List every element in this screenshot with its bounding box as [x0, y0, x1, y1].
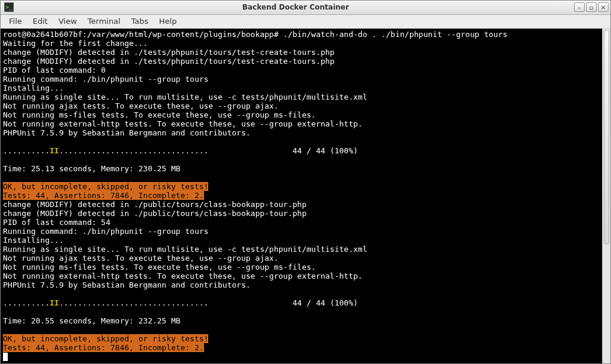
output-line: change (MODIFY) detected in ./public/tou… — [3, 209, 307, 218]
output-line: PID of last command: 0 — [3, 66, 106, 75]
scrollbar-thumb[interactable] — [604, 30, 609, 244]
output-line: Time: 20.55 seconds, Memory: 232.25 MB — [3, 316, 180, 325]
output-line: Installing... — [3, 236, 64, 245]
terminal-output[interactable]: root@0a2641b607bf:/var/www/html/wp-conte… — [1, 29, 602, 363]
menu-tabs[interactable]: Tabs — [126, 16, 153, 27]
menu-terminal[interactable]: Terminal — [83, 16, 125, 27]
output-line: change (MODIFY) detected in ./tests/phpu… — [3, 48, 335, 57]
progress-dots: ................................ 44 / 44… — [59, 298, 358, 307]
output-line: Running command: ./bin/phpunit --group t… — [3, 75, 208, 84]
window-controls: – ▫ ✕ — [574, 2, 609, 12]
terminal-window: >_ Backend Docker Container – ▫ ✕ File E… — [0, 0, 611, 364]
progress-dots: .......... — [3, 298, 50, 307]
minimize-button[interactable]: – — [574, 2, 585, 12]
output-line: Not running external-http tests. To exec… — [3, 272, 363, 280]
output-line: Not running ms-files tests. To execute t… — [3, 263, 316, 272]
terminal-area: root@0a2641b607bf:/var/www/html/wp-conte… — [1, 29, 610, 363]
result-summary: OK, but incomplete, skipped, or risky te… — [3, 182, 208, 191]
prompt-line: root@0a2641b607bf:/var/www/html/wp-conte… — [3, 30, 507, 39]
terminal-app-icon: >_ — [4, 2, 14, 12]
output-line: Time: 25.13 seconds, Memory: 230.25 MB — [3, 164, 180, 173]
vertical-scrollbar[interactable] — [602, 29, 610, 363]
output-line: Running as single site... To run multisi… — [3, 245, 367, 254]
incomplete-marker: II — [50, 146, 59, 155]
output-line: Waiting for the first change... — [3, 39, 148, 48]
result-stats: Tests: 44, Assertions: 7846, Incomplete:… — [3, 343, 204, 352]
progress-dots: .......... — [3, 146, 50, 155]
result-summary: OK, but incomplete, skipped, or risky te… — [3, 334, 208, 343]
maximize-button[interactable]: ▫ — [586, 2, 597, 12]
terminal-cursor — [3, 353, 8, 361]
output-line: change (MODIFY) detected in ./tests/phpu… — [3, 57, 335, 66]
output-line: Running as single site... To run multisi… — [3, 92, 367, 101]
incomplete-marker: II — [50, 298, 59, 307]
menu-help[interactable]: Help — [155, 16, 182, 27]
menubar: File Edit View Terminal Tabs Help — [1, 15, 610, 29]
menu-file[interactable]: File — [4, 16, 27, 27]
output-line: PHPUnit 7.5.9 by Sebastian Bergmann and … — [3, 280, 251, 289]
output-line: change (MODIFY) detected in ./public/tou… — [3, 200, 307, 209]
output-line: Running command: ./bin/phpunit --group t… — [3, 227, 208, 236]
output-line: PID of last command: 54 — [3, 218, 110, 227]
output-line: Not running ajax tests. To execute these… — [3, 254, 279, 263]
window-title: Backend Docker Container — [17, 3, 574, 11]
menu-view[interactable]: View — [54, 16, 82, 27]
output-line: Not running ms-files tests. To execute t… — [3, 110, 316, 119]
progress-dots: ................................ 44 / 44… — [59, 146, 358, 155]
output-line: Not running external-http tests. To exec… — [3, 119, 363, 128]
output-line: PHPUnit 7.5.9 by Sebastian Bergmann and … — [3, 128, 251, 137]
close-button[interactable]: ✕ — [598, 2, 609, 12]
menu-edit[interactable]: Edit — [28, 16, 53, 27]
output-line: Not running ajax tests. To execute these… — [3, 101, 279, 110]
output-line: Installing... — [3, 84, 64, 92]
result-stats: Tests: 44, Assertions: 7846, Incomplete:… — [3, 191, 204, 200]
titlebar: >_ Backend Docker Container – ▫ ✕ — [1, 1, 610, 15]
